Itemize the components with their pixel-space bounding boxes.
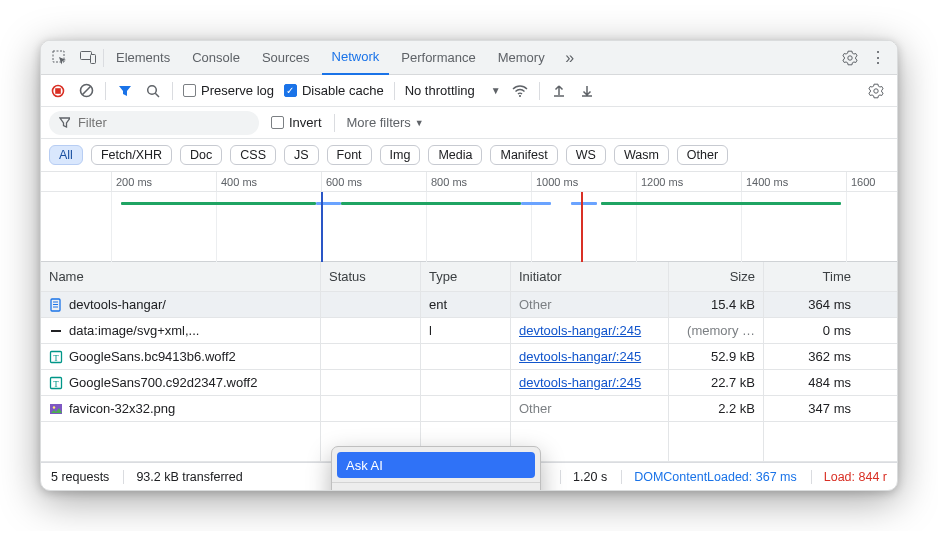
settings-icon[interactable] <box>837 45 863 71</box>
preserve-log-checkbox[interactable]: Preserve log <box>183 83 274 98</box>
wifi-icon[interactable] <box>511 82 529 100</box>
inspect-icon[interactable] <box>47 45 73 71</box>
checkbox-icon <box>271 116 284 129</box>
chevron-down-icon: ▼ <box>415 118 424 128</box>
status-load: Load: 844 r <box>811 470 887 484</box>
timeline-tick: 800 ms <box>426 172 467 191</box>
cell-name: GoogleSans.bc9413b6.woff2 <box>69 349 236 364</box>
filter-row: Invert More filters ▼ <box>41 107 897 139</box>
chip-ws[interactable]: WS <box>566 145 606 165</box>
svg-text:T: T <box>53 378 59 388</box>
tab-performance[interactable]: Performance <box>391 41 485 75</box>
chip-manifest[interactable]: Manifest <box>490 145 557 165</box>
timeline-tick: 1200 ms <box>636 172 683 191</box>
record-icon[interactable] <box>49 82 67 100</box>
chip-media[interactable]: Media <box>428 145 482 165</box>
more-filters-button[interactable]: More filters ▼ <box>347 115 424 130</box>
table-row[interactable]: TGoogleSans700.c92d2347.woff2devtools-ha… <box>41 370 897 396</box>
cell-type <box>421 370 511 395</box>
waterfall-overview[interactable]: 200 ms 400 ms 600 ms 800 ms 1000 ms 1200… <box>41 172 897 262</box>
cell-size: 2.2 kB <box>669 396 764 421</box>
timeline-tick: 1600 <box>846 172 875 191</box>
col-header-size[interactable]: Size <box>669 262 764 291</box>
kebab-menu-icon[interactable]: ⋮ <box>865 45 891 71</box>
table-row[interactable]: data:image/svg+xml,...ldevtools-hangar/:… <box>41 318 897 344</box>
cell-name: GoogleSans700.c92d2347.woff2 <box>69 375 257 390</box>
file-type-icon <box>49 298 63 312</box>
cell-initiator[interactable]: devtools-hangar/:245 <box>519 349 641 364</box>
cell-size: 15.4 kB <box>669 292 764 317</box>
cell-initiator: Other <box>519 401 552 416</box>
ctx-open-sources[interactable]: Open in Sources panel <box>332 487 540 491</box>
col-header-time[interactable]: Time <box>764 262 859 291</box>
cell-status <box>321 396 421 421</box>
cell-name: data:image/svg+xml,... <box>69 323 199 338</box>
status-transferred: 93.2 kB transferred <box>123 470 242 484</box>
chip-all[interactable]: All <box>49 145 83 165</box>
search-icon[interactable] <box>144 82 162 100</box>
tab-network[interactable]: Network <box>322 41 390 75</box>
cell-initiator[interactable]: devtools-hangar/:245 <box>519 323 641 338</box>
table-row[interactable]: devtools-hangar/entOther15.4 kB364 ms <box>41 292 897 318</box>
invert-checkbox[interactable]: Invert <box>271 115 322 130</box>
status-domcontentloaded: DOMContentLoaded: 367 ms <box>621 470 797 484</box>
chip-fetchxhr[interactable]: Fetch/XHR <box>91 145 172 165</box>
status-requests: 5 requests <box>51 470 109 484</box>
cell-initiator: Other <box>519 297 552 312</box>
divider <box>539 82 540 100</box>
settings-gear-icon[interactable] <box>867 82 885 100</box>
svg-line-6 <box>82 86 90 94</box>
cell-type: ent <box>421 292 511 317</box>
filter-input[interactable] <box>76 114 249 131</box>
cell-status <box>321 318 421 343</box>
cell-time: 362 ms <box>764 344 859 369</box>
disable-cache-label: Disable cache <box>302 83 384 98</box>
download-icon[interactable] <box>578 82 596 100</box>
file-type-icon: T <box>49 350 63 364</box>
chip-other[interactable]: Other <box>677 145 728 165</box>
col-header-type[interactable]: Type <box>421 262 511 291</box>
funnel-icon <box>59 117 70 129</box>
svg-point-7 <box>148 85 157 94</box>
device-toggle-icon[interactable] <box>75 45 101 71</box>
more-tabs-icon[interactable]: » <box>557 45 583 71</box>
tab-memory[interactable]: Memory <box>488 41 555 75</box>
chip-js[interactable]: JS <box>284 145 319 165</box>
col-header-status[interactable]: Status <box>321 262 421 291</box>
chip-css[interactable]: CSS <box>230 145 276 165</box>
upload-icon[interactable] <box>550 82 568 100</box>
divider <box>394 82 395 100</box>
tab-console[interactable]: Console <box>182 41 250 75</box>
chip-wasm[interactable]: Wasm <box>614 145 669 165</box>
table-row[interactable]: TGoogleSans.bc9413b6.woff2devtools-hanga… <box>41 344 897 370</box>
tab-sources[interactable]: Sources <box>252 41 320 75</box>
chip-doc[interactable]: Doc <box>180 145 222 165</box>
file-type-icon <box>49 324 63 338</box>
cell-initiator[interactable]: devtools-hangar/:245 <box>519 375 641 390</box>
divider <box>103 49 104 67</box>
more-filters-label: More filters <box>347 115 411 130</box>
cell-status <box>321 344 421 369</box>
load-marker <box>581 192 583 262</box>
cell-time: 0 ms <box>764 318 859 343</box>
timeline-tick: 200 ms <box>111 172 152 191</box>
svg-text:T: T <box>53 352 59 362</box>
table-row[interactable]: favicon-32x32.pngOther2.2 kB347 ms <box>41 396 897 422</box>
col-header-initiator[interactable]: Initiator <box>511 262 669 291</box>
col-header-name[interactable]: Name <box>41 262 321 291</box>
tab-elements[interactable]: Elements <box>106 41 180 75</box>
filter-input-wrap[interactable] <box>49 111 259 135</box>
clear-icon[interactable] <box>77 82 95 100</box>
main-tabbar: Elements Console Sources Network Perform… <box>41 41 897 75</box>
filter-toggle-icon[interactable] <box>116 82 134 100</box>
chip-font[interactable]: Font <box>327 145 372 165</box>
svg-rect-1 <box>80 52 91 60</box>
chip-img[interactable]: Img <box>380 145 421 165</box>
cell-name: favicon-32x32.png <box>69 401 175 416</box>
throttling-select[interactable]: No throttling ▼ <box>405 83 501 98</box>
table-header[interactable]: Name Status Type Initiator Size Time <box>41 262 897 292</box>
disable-cache-checkbox[interactable]: Disable cache <box>284 83 384 98</box>
ctx-ask-ai[interactable]: Ask AI <box>337 452 535 478</box>
timeline-tick: 400 ms <box>216 172 257 191</box>
svg-point-9 <box>519 94 521 96</box>
